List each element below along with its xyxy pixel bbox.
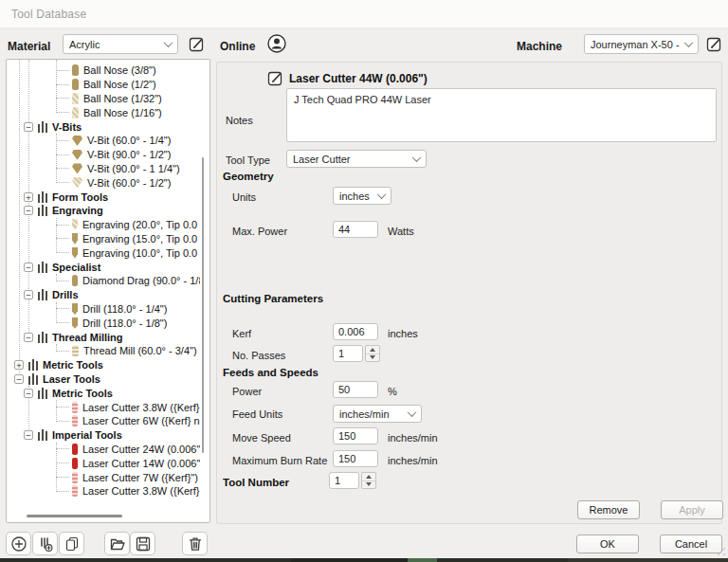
tree-connector <box>56 351 69 352</box>
tree-item-row[interactable]: V-Bit (60.0° - 1/4") <box>7 134 200 148</box>
tool-bit-icon <box>72 444 78 455</box>
chevron-down-icon <box>164 38 173 47</box>
step-down-icon[interactable] <box>366 354 379 362</box>
tree-group-row[interactable]: −Specialist <box>7 260 200 274</box>
collapse-icon[interactable]: − <box>24 206 33 215</box>
tree-group-row[interactable]: +Metric Tools <box>7 358 200 372</box>
tree-item-row[interactable]: Laser Cutter 7W ({Kerf}") <box>7 470 200 484</box>
tree-connector <box>56 407 69 408</box>
online-account-button[interactable] <box>266 33 287 54</box>
remove-button[interactable]: Remove <box>577 500 640 519</box>
tool-title: Laser Cutter 44W (0.006") <box>289 72 428 85</box>
collapse-icon[interactable]: − <box>14 374 24 384</box>
copy-tool-button[interactable] <box>59 532 84 555</box>
tree-group-row[interactable]: −Imperial Tools <box>7 428 200 443</box>
tree-item-row[interactable]: Laser Cutter 3.8W ({Kerf} <box>7 400 200 414</box>
kerf-input[interactable]: 0.006 <box>333 323 378 340</box>
tree-item-row[interactable]: Engraving (15.0°, Tip 0.0 <box>7 232 200 246</box>
tree-item-row[interactable]: Ball Nose (1/2") <box>7 78 200 92</box>
tree-item-row[interactable]: V-Bit (90.0° - 1 1/4") <box>7 162 200 176</box>
tree-item-label: V-Bit (90.0° - 1/2") <box>87 149 171 160</box>
tool-bit-icon <box>72 275 78 286</box>
step-up-icon[interactable] <box>362 473 375 481</box>
tree-item-row[interactable]: Engraving (20.0°, Tip 0.0 <box>7 218 200 232</box>
tree-group-row[interactable]: −Drills <box>7 288 200 302</box>
tool-tree[interactable]: Ball Nose (3/8")Ball Nose (1/2")Ball Nos… <box>6 59 210 523</box>
tree-item-row[interactable]: Laser Cutter 24W (0.006" <box>7 443 200 457</box>
notes-input[interactable]: J Tech Quad PRO 44W Laser <box>286 88 717 142</box>
collapse-icon[interactable]: − <box>24 430 33 440</box>
tool-number-stepper[interactable] <box>361 472 376 489</box>
tree-item-label: Thread Milling <box>52 332 123 343</box>
tree-item-label: Specialist <box>52 262 100 273</box>
tree-item-row[interactable]: Ball Nose (1/16") <box>7 105 200 119</box>
max-power-input[interactable]: 44 <box>333 221 378 238</box>
apply-button[interactable]: Apply <box>661 500 723 519</box>
plus-circle-icon <box>10 535 27 553</box>
tree-group-row[interactable]: −V-Bits <box>7 119 200 134</box>
passes-input[interactable]: 1 <box>333 345 363 362</box>
tree-group-row[interactable]: +Form Tools <box>7 190 200 204</box>
tree-group-row[interactable]: −Laser Tools <box>7 372 200 387</box>
tree-item-row[interactable]: Engraving (10.0°, Tip 0.0 <box>7 245 200 260</box>
step-down-icon[interactable] <box>362 481 375 489</box>
save-database-button[interactable] <box>130 532 155 555</box>
tool-type-value: Laser Cutter <box>293 154 410 165</box>
expand-icon[interactable]: + <box>24 192 33 202</box>
tool-bit-icon <box>72 472 78 483</box>
units-select[interactable]: inches <box>333 187 391 205</box>
cancel-button[interactable]: Cancel <box>660 535 722 553</box>
tool-type-select[interactable]: Laser Cutter <box>286 150 427 168</box>
burn-rate-input[interactable]: 150 <box>333 450 378 467</box>
passes-stepper[interactable] <box>365 345 380 362</box>
collapse-icon[interactable]: − <box>24 263 33 272</box>
new-tool-button[interactable] <box>6 532 31 555</box>
delete-tool-button[interactable] <box>182 532 208 555</box>
chevron-down-icon <box>412 153 422 162</box>
tool-bit-icon <box>72 485 78 497</box>
open-database-button[interactable] <box>104 532 130 555</box>
feed-units-select[interactable]: inches/min <box>333 405 422 423</box>
tree-item-row[interactable]: V-Bit (60.0° - 1/2") <box>7 175 200 190</box>
material-select[interactable]: Acrylic <box>63 34 178 54</box>
tree-item-row[interactable]: Thread Mill (60.0° - 3/4") <box>7 344 200 358</box>
tree-item-row[interactable]: Laser Cutter 3.8W ({Kerf} <box>7 484 200 499</box>
tree-item-row[interactable]: Diamond Drag (90.0° - 1/8 <box>7 274 200 288</box>
tool-bit-icon <box>72 107 79 118</box>
tree-vertical-scrollbar[interactable] <box>202 157 204 453</box>
tree-item-label: Engraving (20.0°, Tip 0.0 <box>82 219 197 230</box>
expand-icon[interactable]: + <box>14 360 24 370</box>
machine-select[interactable]: Journeyman X-50 - De <box>584 34 699 54</box>
tree-horizontal-scrollbar[interactable] <box>27 515 122 517</box>
chevron-down-icon <box>684 38 694 47</box>
tree-connector <box>56 84 69 85</box>
tool-name-edit-button[interactable] <box>266 69 285 88</box>
tree-item-row[interactable]: Drill (118.0° - 1/8") <box>7 316 200 330</box>
machine-edit-button[interactable] <box>705 35 724 54</box>
tree-group-row[interactable]: −Metric Tools <box>7 386 200 400</box>
collapse-icon[interactable]: − <box>24 389 33 398</box>
material-edit-button[interactable] <box>188 35 207 54</box>
tree-group-row[interactable]: −Engraving <box>7 204 200 218</box>
tree-item-label: Laser Cutter 3.8W ({Kerf} <box>82 485 200 497</box>
tree-item-row[interactable]: Laser Cutter 14W (0.006" <box>7 456 200 470</box>
power-input[interactable]: 50 <box>333 381 378 398</box>
tree-item-row[interactable]: Ball Nose (3/8") <box>7 63 200 78</box>
move-speed-input[interactable]: 150 <box>333 427 378 444</box>
collapse-icon[interactable]: − <box>24 122 33 132</box>
tree-item-row[interactable]: V-Bit (90.0° - 1/2") <box>7 148 200 162</box>
tool-group-icon <box>38 262 47 273</box>
ok-button[interactable]: OK <box>576 535 639 553</box>
new-group-button[interactable] <box>32 532 58 555</box>
collapse-icon[interactable]: − <box>24 333 33 342</box>
tree-item-row[interactable]: Laser Cutter 6W ({Kerf} n <box>7 414 200 428</box>
tree-item-row[interactable]: Ball Nose (1/32") <box>7 92 200 106</box>
chevron-down-icon <box>377 190 387 199</box>
collapse-icon[interactable]: − <box>24 290 33 299</box>
tree-item-row[interactable]: Drill (118.0° - 1/4") <box>7 302 200 317</box>
tree-group-row[interactable]: −Thread Milling <box>7 330 200 344</box>
kerf-label: Kerf <box>232 328 251 339</box>
tool-bit-icon <box>72 177 82 188</box>
step-up-icon[interactable] <box>366 346 379 354</box>
tool-number-input[interactable]: 1 <box>329 472 359 489</box>
